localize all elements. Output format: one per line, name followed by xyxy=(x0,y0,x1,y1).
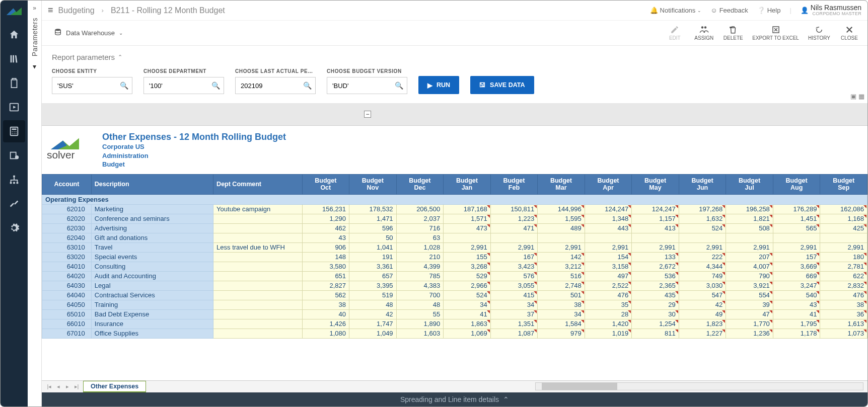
budget-grid[interactable]: AccountDescriptionDept CommentBudgetOctB… xyxy=(42,174,867,339)
table-row[interactable]: 62040Gift and donations435063 xyxy=(42,233,867,242)
chevron-right-icon: » xyxy=(33,5,36,12)
table-row[interactable]: 65010Bad Debt Expense4042554137342830494… xyxy=(42,309,867,319)
database-icon xyxy=(54,28,62,38)
chevron-up-icon: ⌃ xyxy=(118,54,122,60)
sheet-tab-active[interactable]: Other Expenses xyxy=(83,381,146,392)
chevron-down-icon: ⌄ xyxy=(697,8,701,13)
svg-point-12 xyxy=(15,155,19,159)
table-row[interactable]: 64030Legal2,8273,3954,3832,9663,0552,748… xyxy=(42,281,867,290)
svg-point-18 xyxy=(701,26,704,29)
sheet-tab-strip: |◂ ◂ ▸ ▸| Other Expenses xyxy=(42,380,867,392)
nav-calculator[interactable] xyxy=(3,120,25,142)
svg-point-10 xyxy=(16,133,17,134)
user-icon: 👤 xyxy=(801,7,809,14)
table-row[interactable]: 63020Special events148191210155167142154… xyxy=(42,252,867,262)
data-warehouse-label: Data Warehouse xyxy=(66,29,115,37)
breadcrumb-leaf: B211 - Rolling 12 Month Budget xyxy=(111,6,225,15)
export-excel-button[interactable]: EXPORT TO EXCEL xyxy=(752,25,799,41)
hamburger-icon[interactable]: ≡ xyxy=(48,5,53,16)
edit-button[interactable]: EDIT xyxy=(665,25,685,41)
svg-rect-16 xyxy=(17,182,19,184)
tab-nav-last[interactable]: ▸| xyxy=(72,381,81,392)
bell-icon: 🔔 xyxy=(650,7,658,14)
breadcrumb-root[interactable]: Budgeting xyxy=(58,6,95,15)
version-label: CHOOSE BUDGET VERSION xyxy=(327,68,407,74)
parameters-title[interactable]: Report parameters ⌃ xyxy=(52,53,857,61)
save-data-button[interactable]: 🖫 SAVE DATA xyxy=(470,76,534,94)
outline-strip: − ▣ ▦ xyxy=(42,104,867,126)
table-row[interactable]: 63010TravelLess travel due to WFH9061,04… xyxy=(42,242,867,252)
help-icon: ❔ xyxy=(757,7,765,14)
assign-button[interactable]: ASSIGN xyxy=(694,25,714,41)
report-sheet[interactable]: solver Other Expenses - 12 Month Rolling… xyxy=(42,126,867,380)
nav-home[interactable] xyxy=(3,24,25,46)
user-menu[interactable]: 👤 Nils Rasmussen CorpDemo Master xyxy=(801,4,861,17)
nav-tools[interactable] xyxy=(3,193,25,215)
svg-rect-14 xyxy=(10,182,12,184)
table-row[interactable]: 64020Audit and Accounting651657785529576… xyxy=(42,271,867,281)
maximize-icon[interactable]: ▣ xyxy=(850,93,856,100)
play-icon: ▶ xyxy=(427,82,432,89)
notifications-menu[interactable]: 🔔 Notifications ⌄ xyxy=(650,7,702,14)
svg-point-7 xyxy=(16,131,17,132)
chevron-up-icon: ⌃ xyxy=(503,395,509,403)
collapse-group-button[interactable]: − xyxy=(364,111,371,118)
department-label: CHOOSE DEPARTMENT xyxy=(143,68,224,74)
chevron-down-icon: ⌄ xyxy=(119,30,123,36)
tab-nav-prev[interactable]: ◂ xyxy=(54,381,63,392)
feedback-link[interactable]: ☺ Feedback xyxy=(710,7,748,14)
parameters-tab-label: Parameters xyxy=(31,18,39,56)
nav-hierarchy[interactable] xyxy=(3,169,25,191)
top-bar: ≡ Budgeting › B211 - Rolling 12 Month Bu… xyxy=(42,1,867,21)
period-label: CHOOSE LAST ACTUAL PE… xyxy=(235,68,316,74)
help-link[interactable]: ❔ Help xyxy=(757,7,781,14)
table-row[interactable]: 64050Training384848343438352942394338 xyxy=(42,300,867,309)
svg-point-8 xyxy=(12,133,13,134)
svg-point-19 xyxy=(704,26,707,29)
user-role: CorpDemo Master xyxy=(811,12,861,17)
svg-rect-13 xyxy=(13,176,15,178)
filter-icon[interactable]: ▾ xyxy=(33,62,36,70)
search-icon[interactable]: 🔍 xyxy=(395,82,403,90)
history-button[interactable]: HISTORY xyxy=(808,25,830,41)
svg-point-9 xyxy=(14,133,15,134)
nav-library[interactable] xyxy=(3,48,25,70)
table-row[interactable]: 62030Advertising462596716473471489443413… xyxy=(42,223,867,233)
report-title: Other Expenses - 12 Month Rolling Budget xyxy=(102,132,286,142)
smile-icon: ☺ xyxy=(710,7,717,14)
parameters-side-tab[interactable]: » Parameters ▾ xyxy=(28,1,42,406)
run-button[interactable]: ▶ RUN xyxy=(418,76,459,94)
tab-nav-next[interactable]: ▸ xyxy=(63,381,72,392)
svg-point-17 xyxy=(55,29,61,31)
report-version: Budget xyxy=(102,160,286,169)
table-row[interactable]: 67010Office Supplies1,0801,0491,6031,069… xyxy=(42,329,867,338)
grid-icon[interactable]: ▦ xyxy=(858,93,864,100)
nav-support[interactable] xyxy=(3,144,25,167)
svg-rect-15 xyxy=(13,182,15,184)
table-row[interactable]: 66010Insurance1,4261,7471,8901,8631,3511… xyxy=(42,319,867,329)
horizontal-scrollbar[interactable] xyxy=(535,382,863,390)
table-row[interactable]: 62020Conference and seminars1,2901,4712,… xyxy=(42,214,867,223)
close-button[interactable]: CLOSE xyxy=(839,25,859,41)
search-icon[interactable]: 🔍 xyxy=(303,82,312,90)
tab-nav-first[interactable]: |◂ xyxy=(45,381,54,392)
table-row[interactable]: 64010Consulting3,5803,3614,3993,2683,423… xyxy=(42,262,867,271)
user-name: Nils Rasmussen xyxy=(811,4,861,12)
data-warehouse-dropdown[interactable]: Data Warehouse ⌄ xyxy=(54,28,123,38)
table-row[interactable]: 64040Contractual Services562519700524415… xyxy=(42,290,867,300)
search-icon[interactable]: 🔍 xyxy=(120,82,128,90)
entity-label: CHOOSE ENTITY xyxy=(52,68,132,74)
report-entity: Corporate US xyxy=(102,142,286,151)
action-toolbar: Data Warehouse ⌄ EDIT ASSIGN DELETE xyxy=(42,21,867,46)
nav-settings[interactable] xyxy=(3,217,25,239)
delete-button[interactable]: DELETE xyxy=(723,25,743,41)
nav-clipboard[interactable] xyxy=(3,72,25,94)
table-row[interactable]: 62010MarketingYoutube campaign156,231178… xyxy=(42,204,867,214)
search-icon[interactable]: 🔍 xyxy=(211,82,220,90)
report-dept: Administration xyxy=(102,151,286,160)
bottom-drawer[interactable]: Spreading and Line item details ⌃ xyxy=(42,392,867,406)
save-icon: 🖫 xyxy=(479,82,486,89)
svg-text:solver: solver xyxy=(47,149,75,160)
nav-play[interactable] xyxy=(3,96,25,118)
section-header: Operating Expenses xyxy=(42,194,867,204)
